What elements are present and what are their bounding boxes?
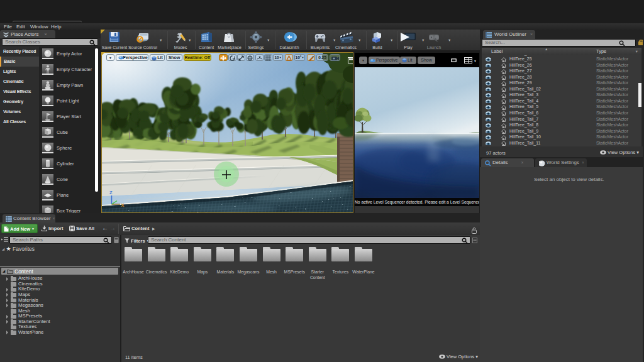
svg-text:X: X xyxy=(121,202,125,208)
svg-text:Z: Z xyxy=(109,190,113,195)
